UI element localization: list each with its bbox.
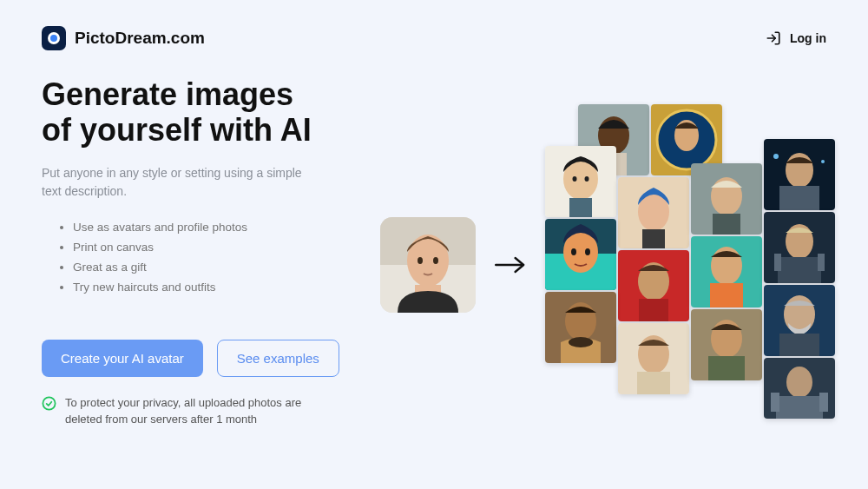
list-item: Great as a gift <box>73 258 372 278</box>
page-headline: Generate images of yourself with AI <box>42 76 372 149</box>
svg-rect-46 <box>818 254 825 271</box>
svg-point-30 <box>821 160 825 163</box>
svg-point-49 <box>569 337 593 347</box>
svg-point-17 <box>573 176 577 182</box>
login-label: Log in <box>790 31 826 45</box>
avatar-tile <box>545 146 616 217</box>
svg-point-29 <box>773 154 779 159</box>
svg-rect-28 <box>779 186 819 210</box>
svg-rect-63 <box>819 393 828 412</box>
list-item: Try new haircuts and outfits <box>73 278 372 298</box>
page-subtext: Put anyone in any style or setting using… <box>42 164 319 201</box>
avatar-tile <box>618 250 689 321</box>
svg-rect-19 <box>569 198 592 217</box>
login-icon <box>766 30 781 46</box>
shield-check-icon <box>42 396 56 411</box>
svg-point-4 <box>407 235 449 287</box>
svg-rect-62 <box>771 393 779 412</box>
svg-rect-41 <box>710 283 743 307</box>
avatar-tile <box>691 309 762 380</box>
svg-point-60 <box>786 367 812 398</box>
avatar-tile <box>764 212 835 283</box>
avatar-tile <box>545 292 616 363</box>
svg-point-35 <box>585 248 590 255</box>
svg-point-18 <box>585 176 589 182</box>
list-item: Use as avatars and profile photos <box>73 218 372 238</box>
feature-list: Use as avatars and profile photos Print … <box>42 218 372 298</box>
svg-rect-38 <box>639 299 668 321</box>
brand-name: PictoDream.com <box>75 29 205 48</box>
camera-lens-icon <box>42 26 66 50</box>
svg-rect-55 <box>708 356 745 380</box>
svg-rect-45 <box>774 254 781 271</box>
avatar-tile <box>618 177 689 248</box>
source-photo <box>380 217 476 313</box>
arrow-right-icon <box>493 252 528 278</box>
svg-rect-44 <box>778 257 821 283</box>
avatar-tile <box>764 139 835 210</box>
create-avatar-button[interactable]: Create your AI avatar <box>42 340 203 377</box>
svg-rect-22 <box>642 229 665 248</box>
svg-point-5 <box>418 257 423 264</box>
avatar-collage <box>545 104 840 426</box>
avatar-tile <box>764 285 835 356</box>
svg-point-6 <box>433 257 438 264</box>
svg-rect-58 <box>779 334 819 356</box>
avatar-tile <box>545 219 616 290</box>
svg-point-1 <box>43 397 55 409</box>
see-examples-button[interactable]: See examples <box>217 340 339 377</box>
login-button[interactable]: Log in <box>766 30 826 46</box>
avatar-tile <box>691 163 762 235</box>
privacy-note: To protect your privacy, all uploaded ph… <box>42 394 337 428</box>
avatar-tile <box>764 358 835 419</box>
list-item: Print on canvas <box>73 238 372 258</box>
svg-rect-25 <box>713 214 740 235</box>
brand-logo[interactable]: PictoDream.com <box>42 26 205 50</box>
svg-point-34 <box>571 248 576 255</box>
avatar-tile <box>691 236 762 307</box>
svg-rect-61 <box>776 396 823 419</box>
